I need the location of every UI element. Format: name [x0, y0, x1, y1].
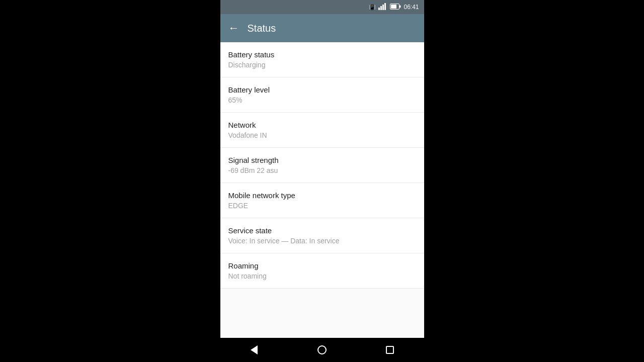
list-item: NetworkVodafone IN [220, 113, 424, 148]
list-item-value: Not roaming [228, 272, 416, 280]
signal-icon [378, 3, 387, 11]
toolbar-title: Status [248, 23, 276, 34]
nav-recents-button[interactable] [380, 340, 400, 360]
nav-back-button[interactable] [244, 340, 264, 360]
back-button[interactable]: ← [228, 23, 239, 34]
list-item: RoamingNot roaming [220, 253, 424, 289]
status-bar: 📳 06:41 [220, 0, 424, 14]
list-item-title: Signal strength [228, 156, 416, 164]
home-icon [317, 345, 327, 354]
battery-icon [390, 4, 401, 11]
phone-frame: 📳 06:41 ← Statu [220, 0, 424, 362]
recents-icon [386, 346, 394, 354]
list-item-title: Battery level [228, 85, 416, 94]
toolbar: ← Status [220, 14, 424, 42]
list-item-value: Discharging [228, 61, 416, 69]
svg-rect-0 [378, 8, 380, 10]
list-item-value: -69 dBm 22 asu [228, 166, 416, 174]
list-item-value: Voice: In service — Data: In service [228, 237, 416, 245]
svg-rect-3 [384, 3, 386, 10]
svg-rect-1 [380, 6, 382, 10]
list-item-value: 65% [228, 96, 416, 104]
nav-bar [220, 338, 424, 362]
list-item: Mobile network typeEDGE [220, 183, 424, 218]
list-item-title: Network [228, 121, 416, 129]
list-item: Battery level65% [220, 77, 424, 113]
svg-rect-6 [399, 6, 401, 8]
list-item: Signal strength-69 dBm 22 asu [220, 148, 424, 183]
svg-rect-5 [391, 5, 396, 9]
list-item-title: Roaming [228, 261, 416, 270]
content-area: Battery statusDischargingBattery level65… [220, 42, 424, 338]
list-item: Battery statusDischarging [220, 42, 424, 77]
list-item: Service stateVoice: In service — Data: I… [220, 218, 424, 253]
list-item-title: Mobile network type [228, 191, 416, 200]
status-bar-icons: 📳 06:41 [369, 3, 419, 11]
back-nav-icon [251, 345, 258, 354]
list-item-title: Service state [228, 226, 416, 235]
list-item-value: EDGE [228, 202, 416, 210]
status-time: 06:41 [404, 4, 419, 11]
nav-home-button[interactable] [312, 340, 332, 360]
list-item-value: Vodafone IN [228, 131, 416, 139]
vibrate-icon: 📳 [369, 4, 376, 11]
list-item-title: Battery status [228, 50, 416, 59]
svg-rect-2 [382, 5, 384, 10]
